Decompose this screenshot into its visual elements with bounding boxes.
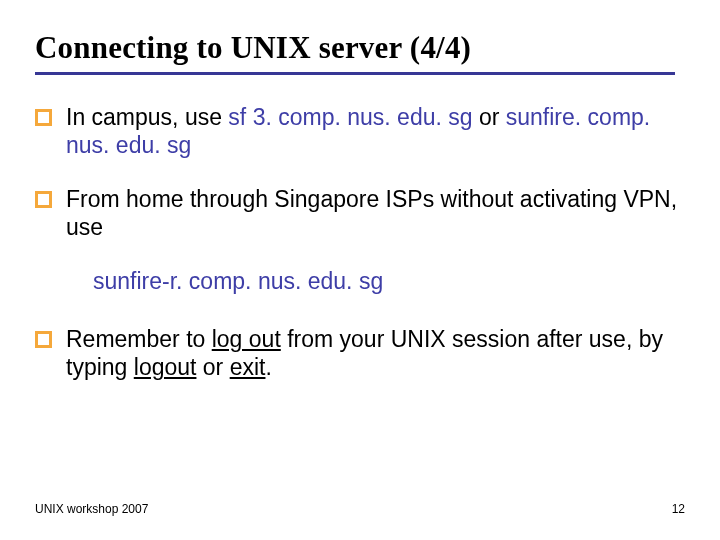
bullet-item: From home through Singapore ISPs without… xyxy=(35,185,685,241)
bullet-content: In campus, use sf 3. comp. nus. edu. sg … xyxy=(66,103,685,159)
underlined-text: logout xyxy=(134,354,197,380)
page-number: 12 xyxy=(672,502,685,516)
text-run: or xyxy=(196,354,229,380)
indented-hostname: sunfire-r. comp. nus. edu. sg xyxy=(93,267,685,295)
footer-left: UNIX workshop 2007 xyxy=(35,502,148,516)
bullet-content: Remember to log out from your UNIX sessi… xyxy=(66,325,685,381)
underlined-text: log out xyxy=(212,326,281,352)
underlined-text: exit xyxy=(230,354,266,380)
text-run: Remember to xyxy=(66,326,212,352)
bullet-marker-icon xyxy=(35,331,52,348)
bullet-item: In campus, use sf 3. comp. nus. edu. sg … xyxy=(35,103,685,159)
text-run: From home through Singapore ISPs without… xyxy=(66,186,677,240)
bullet-marker-icon xyxy=(35,191,52,208)
bullet-item: Remember to log out from your UNIX sessi… xyxy=(35,325,685,381)
bullet-content: From home through Singapore ISPs without… xyxy=(66,185,685,241)
bullet-marker-icon xyxy=(35,109,52,126)
slide-footer: UNIX workshop 2007 12 xyxy=(35,502,685,516)
text-run: or xyxy=(473,104,506,130)
slide: Connecting to UNIX server (4/4) In campu… xyxy=(0,0,720,540)
slide-title: Connecting to UNIX server (4/4) xyxy=(35,30,685,66)
title-underline xyxy=(35,72,675,75)
hostname-text: sf 3. comp. nus. edu. sg xyxy=(228,104,472,130)
slide-body: In campus, use sf 3. comp. nus. edu. sg … xyxy=(35,103,685,381)
text-run: In campus, use xyxy=(66,104,228,130)
text-run: . xyxy=(265,354,271,380)
